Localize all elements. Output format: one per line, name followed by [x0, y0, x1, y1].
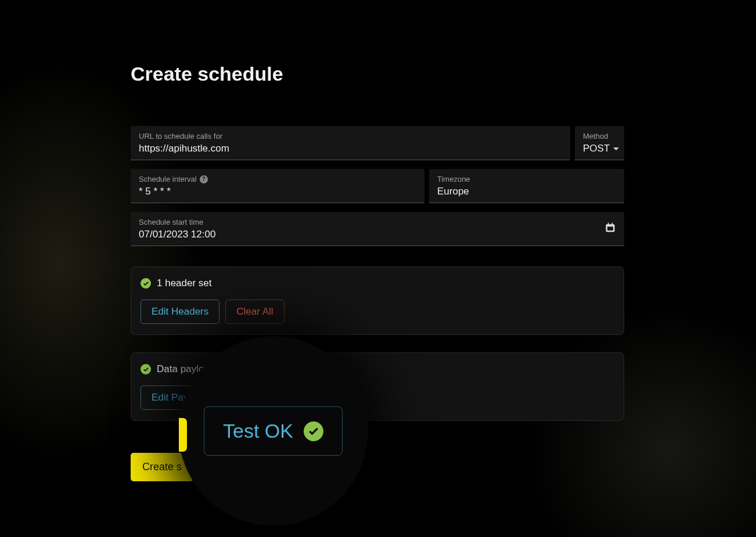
edit-headers-button[interactable]: Edit Headers: [141, 300, 219, 324]
check-icon: [304, 421, 323, 441]
starttime-value: 07/01/2023 12:00: [139, 229, 616, 240]
method-value: POST: [583, 143, 610, 154]
url-field[interactable]: URL to schedule calls for https://apihus…: [131, 126, 570, 160]
url-label: URL to schedule calls for: [139, 132, 562, 140]
timezone-value: Europe: [437, 186, 616, 197]
svg-rect-1: [607, 226, 614, 231]
test-ok-label: Test OK: [223, 420, 293, 442]
timezone-field[interactable]: Timezone Europe: [429, 169, 624, 203]
chevron-down-icon: [613, 147, 619, 150]
check-icon: [141, 278, 151, 289]
starttime-label: Schedule start time: [139, 218, 616, 226]
test-ok-button[interactable]: Test OK: [204, 406, 343, 456]
interval-value: * 5 * * *: [139, 186, 416, 197]
headers-status: 1 header set: [157, 277, 212, 289]
clear-headers-button[interactable]: Clear All: [225, 300, 284, 324]
create-button-edge: [179, 418, 187, 452]
magnifier-overlay: Test OK: [179, 337, 368, 525]
method-label: Method: [583, 132, 616, 140]
page-title: Create schedule: [131, 63, 624, 85]
help-icon[interactable]: ?: [200, 175, 208, 183]
headers-card: 1 header set Edit Headers Clear All: [131, 266, 624, 335]
interval-label: Schedule interval ?: [139, 175, 416, 183]
starttime-field[interactable]: Schedule start time 07/01/2023 12:00: [131, 212, 624, 246]
method-select[interactable]: Method POST: [575, 126, 624, 160]
interval-field[interactable]: Schedule interval ? * 5 * * *: [131, 169, 424, 203]
url-value: https://apihustle.com: [139, 143, 562, 154]
check-icon: [141, 364, 151, 374]
calendar-icon[interactable]: [604, 222, 616, 236]
timezone-label: Timezone: [437, 175, 616, 183]
